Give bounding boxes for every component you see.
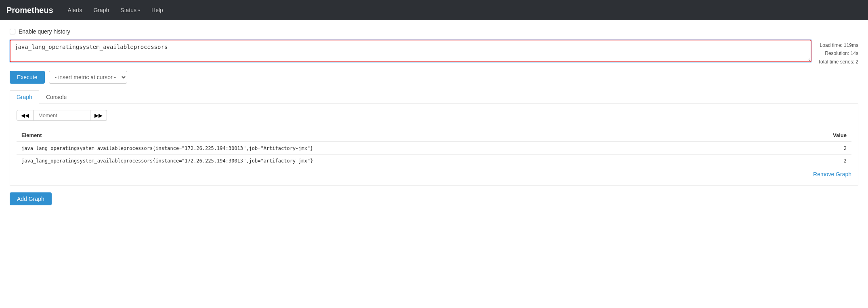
results-table: Element Value java_lang_operatingsystem_… (17, 129, 851, 167)
element-cell-0: java_lang_operatingsystem_availableproce… (17, 142, 791, 155)
main-content: Enable query history Load time: 119ms Re… (0, 20, 868, 213)
nav-status[interactable]: Status ▾ (115, 4, 145, 17)
query-info: Load time: 119ms Resolution: 14s Total t… (818, 40, 858, 66)
moment-input[interactable] (34, 110, 90, 121)
tab-graph[interactable]: Graph (10, 90, 39, 103)
add-graph-button[interactable]: Add Graph (10, 192, 52, 205)
col-element: Element (17, 129, 791, 142)
controls-row: Execute - insert metric at cursor - (10, 71, 858, 84)
value-cell-1: 2 (791, 155, 851, 167)
resolution: Resolution: 14s (818, 49, 858, 57)
navbar-brand[interactable]: Prometheus (6, 6, 53, 15)
total-time-series: Total time series: 2 (818, 58, 858, 66)
time-controls: ◀◀ ▶▶ (17, 110, 851, 121)
table-row: java_lang_operatingsystem_availableproce… (17, 155, 851, 167)
load-time: Load time: 119ms (818, 41, 858, 49)
tabs: Graph Console (10, 90, 858, 103)
add-graph-row: Add Graph (10, 192, 858, 205)
nav-alerts[interactable]: Alerts (63, 4, 87, 17)
query-input[interactable] (10, 40, 811, 62)
tab-panel: ◀◀ ▶▶ Element Value java_lang_operatings… (10, 103, 858, 186)
value-cell-0: 2 (791, 142, 851, 155)
time-forward-button[interactable]: ▶▶ (90, 110, 107, 121)
table-body: java_lang_operatingsystem_availableproce… (17, 142, 851, 167)
navbar: Prometheus Alerts Graph Status ▾ Help (0, 0, 868, 20)
nav-graph[interactable]: Graph (88, 4, 114, 17)
query-textarea-wrapper (10, 40, 811, 63)
remove-graph-row: Remove Graph (17, 167, 851, 179)
query-history-label: Enable query history (19, 28, 70, 35)
nav-help[interactable]: Help (147, 4, 168, 17)
element-cell-1: java_lang_operatingsystem_availableproce… (17, 155, 791, 167)
nav-status-label: Status (120, 7, 136, 13)
time-back-button[interactable]: ◀◀ (17, 110, 34, 121)
query-history-row: Enable query history (10, 28, 858, 35)
tab-console[interactable]: Console (39, 90, 73, 103)
insert-metric-select[interactable]: - insert metric at cursor - (49, 71, 127, 84)
remove-graph-link[interactable]: Remove Graph (813, 171, 851, 177)
table-row: java_lang_operatingsystem_availableproce… (17, 142, 851, 155)
execute-button[interactable]: Execute (10, 71, 45, 84)
table-header-row: Element Value (17, 129, 851, 142)
query-history-checkbox[interactable] (10, 29, 15, 34)
chevron-down-icon: ▾ (138, 8, 140, 13)
query-row: Load time: 119ms Resolution: 14s Total t… (10, 40, 858, 66)
col-value: Value (791, 129, 851, 142)
table-head: Element Value (17, 129, 851, 142)
navbar-nav: Alerts Graph Status ▾ Help (63, 4, 168, 17)
